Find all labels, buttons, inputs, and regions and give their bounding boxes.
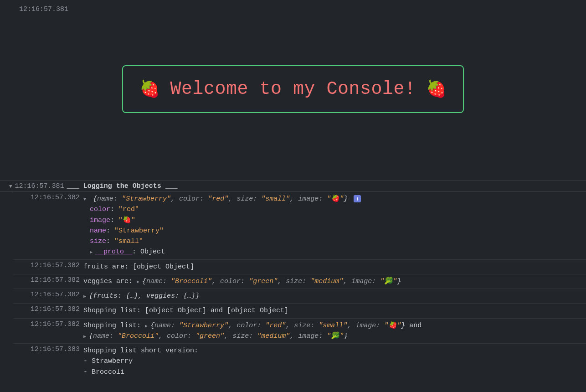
prop-key: image: [355, 322, 380, 330]
log-line: 12:16:57.382 Shopping list: [object Obje… [13, 303, 586, 318]
prop-value: "Strawberry" [122, 195, 171, 203]
prop-value: "🥦" [327, 332, 344, 340]
log-line: 12:16:57.382 ▼ {name: "Strawberry", colo… [13, 192, 586, 259]
prop-row[interactable]: name: "Strawberry" [90, 226, 582, 236]
disclosure-triangle-icon[interactable]: ▼ [9, 184, 12, 189]
timestamp: 12:16:57.382 [13, 291, 83, 301]
prop-value: "Broccoli" [171, 278, 212, 285]
timestamp: 12:16:57.383 [13, 346, 83, 377]
object-preview[interactable]: {fruits: {…}, veggies: {…}} [89, 292, 200, 300]
log-line: 12:16:57.382 fruits are: [object Object] [13, 259, 586, 274]
prop-value: "green" [195, 332, 224, 340]
timestamp: 12:16:57.382 [13, 305, 83, 316]
prop-key: image [90, 217, 110, 224]
prop-key: color: [220, 278, 245, 285]
brace: } [344, 195, 348, 203]
log-text: and [405, 322, 422, 330]
log-text-line: Shopping list short version: [83, 347, 198, 355]
disclosure-triangle-icon[interactable]: ▶ [83, 333, 89, 340]
object-preview[interactable]: {name: "Strawberry", color: "red", size:… [93, 195, 352, 203]
log-prefix: veggies are: [83, 278, 137, 285]
timestamp: 12:16:57.382 [13, 320, 83, 342]
prop-value: "medium" [257, 332, 290, 340]
prop-key: image: [351, 278, 376, 285]
disclosure-triangle-icon[interactable]: ▼ [83, 196, 89, 203]
group-title: ___ Logging the Objects ___ [67, 182, 178, 190]
brace: } [397, 278, 401, 285]
log-text: Shopping list short version: - Strawberr… [83, 346, 582, 377]
timestamp: 12:16:57.381 [0, 4, 586, 15]
prop-value: "Strawberry" [114, 227, 164, 235]
prop-key: name [90, 227, 106, 235]
timestamp: 12:16:57.382 [13, 276, 83, 287]
disclosure-triangle-icon[interactable]: ▶ [145, 323, 150, 330]
prop-key: __proto__ [95, 248, 132, 256]
prop-key: name: [154, 322, 175, 330]
brace: { [93, 195, 97, 203]
disclosure-triangle-icon[interactable]: ▶ [83, 293, 89, 300]
prop-key: name: [146, 278, 167, 285]
prop-value: "Broccoli" [118, 332, 159, 340]
prop-value: "medium" [310, 278, 343, 285]
log-body: ▶{fruits: {…}, veggies: {…}} [83, 291, 582, 301]
disclosure-triangle-icon[interactable]: ▶ [90, 249, 95, 256]
prop-value: "🍓" [327, 195, 344, 203]
timestamp: 12:16:57.382 [13, 194, 83, 258]
banner-text: Welcome to my Console! [170, 79, 416, 99]
console-group-header[interactable]: ▼ 12:16:57.381 ___ Logging the Objects _… [0, 181, 586, 192]
object-preview[interactable]: {name: "Broccoli", color: "green", size:… [89, 332, 348, 340]
object-preview[interactable]: {name: "Strawberry", color: "red", size:… [150, 322, 405, 330]
prop-key: color [90, 206, 110, 213]
log-line: 12:16:57.382 Shopping list: ▶{name: "Str… [13, 318, 586, 344]
prop-key: size: [232, 332, 253, 340]
log-prefix: Shopping list: [83, 322, 145, 330]
brace: } [401, 322, 405, 330]
prop-key: color: [167, 332, 191, 340]
prop-key: image: [298, 195, 323, 203]
console-group-body: 12:16:57.382 ▼ {name: "Strawberry", colo… [13, 192, 586, 379]
brace: { [89, 332, 93, 340]
prop-value: "🥦" [380, 278, 397, 285]
brace: } [344, 332, 348, 340]
prop-value: "small" [319, 322, 347, 330]
disclosure-triangle-icon[interactable]: ▶ [137, 279, 142, 286]
prop-row-proto[interactable]: ▶__proto__: Object [90, 247, 582, 257]
prop-key: image: [298, 332, 323, 340]
strawberry-icon: 🍓 [426, 79, 447, 99]
brace: { [142, 278, 146, 285]
prop-key: name: [97, 195, 118, 203]
prop-value: "small" [261, 195, 290, 203]
strawberry-icon: 🍓 [139, 79, 160, 99]
prop-value: "🍓" [384, 322, 401, 330]
log-body: veggies are: ▶{name: "Broccoli", color: … [83, 276, 582, 287]
prop-key: color: [236, 322, 261, 330]
timestamp: 12:16:57.382 [13, 262, 83, 272]
log-text: Shopping list: [object Object] and [obje… [83, 305, 582, 316]
prop-key: size: [294, 322, 314, 330]
timestamp: 12:16:57.381 [15, 182, 64, 190]
banner-wrap: 🍓 Welcome to my Console! 🍓 [0, 15, 586, 181]
prop-row[interactable]: image: "🍓" [90, 215, 582, 226]
banner-entry: 12:16:57.381 🍓 Welcome to my Console! 🍓 [0, 0, 586, 181]
brace: { [150, 322, 154, 330]
log-text-line: - Strawberry [83, 357, 133, 365]
prop-row[interactable]: color: "red" [90, 204, 582, 215]
info-icon[interactable]: i [354, 195, 361, 202]
prop-value: "red" [265, 322, 286, 330]
object-preview[interactable]: {name: "Broccoli", color: "green", size:… [142, 278, 401, 285]
prop-value: "small" [114, 237, 143, 245]
welcome-banner: 🍓 Welcome to my Console! 🍓 [122, 65, 464, 113]
log-line: 12:16:57.382 veggies are: ▶{name: "Brocc… [13, 274, 586, 289]
prop-row[interactable]: size: "small" [90, 236, 582, 247]
log-body: Shopping list: ▶{name: "Strawberry", col… [83, 320, 582, 342]
log-text-line: - Broccoli [83, 368, 124, 376]
prop-value: "red" [118, 206, 139, 213]
log-body: ▼ {name: "Strawberry", color: "red", siz… [83, 194, 582, 258]
prop-value: "Strawberry" [179, 322, 228, 330]
log-line: 12:16:57.382 ▶{fruits: {…}, veggies: {…}… [13, 289, 586, 303]
prop-key: name: [93, 332, 113, 340]
log-line: 12:16:57.383 Shopping list short version… [13, 343, 586, 379]
prop-value: Object [140, 248, 165, 256]
prop-key: color: [179, 195, 204, 203]
prop-value: "green" [249, 278, 278, 285]
